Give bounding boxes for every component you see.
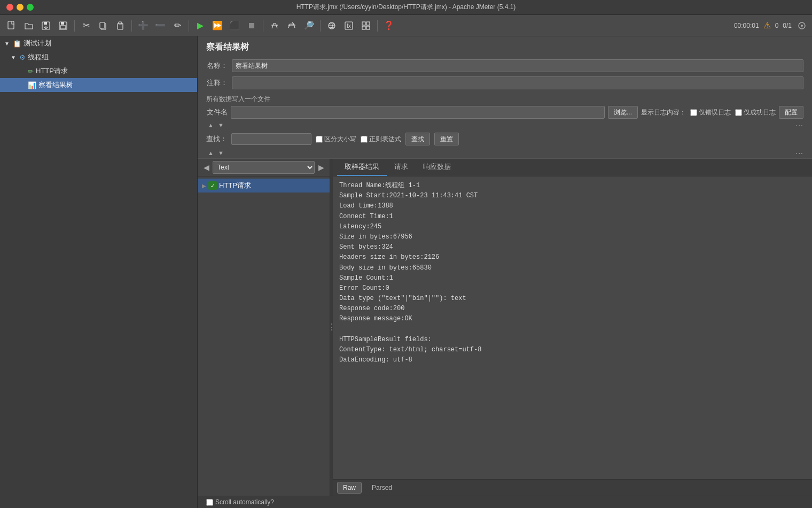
regex-checkbox[interactable] bbox=[361, 136, 368, 143]
shutdown-button[interactable]: ⏹ bbox=[244, 18, 259, 33]
comment-label: 注释： bbox=[206, 78, 228, 88]
case-sensitive-checkbox[interactable] bbox=[316, 136, 323, 143]
case-sensitive-option[interactable]: 区分大小写 bbox=[316, 135, 356, 144]
start-no-pause-button[interactable]: ⏩ bbox=[210, 18, 225, 33]
warning-count: 0 bbox=[775, 22, 779, 29]
scroll-auto-label[interactable]: Scroll automatically? bbox=[206, 498, 274, 506]
sidebar-item-http-request[interactable]: ▶ ✏ HTTP请求 bbox=[0, 64, 197, 78]
copy-button[interactable] bbox=[96, 18, 111, 33]
sep1 bbox=[74, 20, 75, 32]
svg-rect-19 bbox=[362, 26, 365, 29]
more-btn-2[interactable]: ··· bbox=[795, 149, 803, 157]
svg-rect-2 bbox=[44, 22, 47, 25]
function-helper-button[interactable]: fx bbox=[341, 18, 356, 33]
clear-button[interactable] bbox=[267, 18, 282, 33]
tree-expand-right[interactable]: ▶ bbox=[316, 162, 326, 173]
shield-icon: ✓ bbox=[208, 181, 217, 190]
save-button[interactable] bbox=[56, 18, 71, 33]
clear-all-button[interactable] bbox=[284, 18, 299, 33]
templates-button[interactable] bbox=[358, 18, 373, 33]
regex-option[interactable]: 正则表达式 bbox=[361, 135, 401, 144]
svg-text:fx: fx bbox=[347, 23, 351, 29]
svg-rect-6 bbox=[60, 26, 66, 29]
save-all-button[interactable] bbox=[38, 18, 53, 33]
paste-button[interactable] bbox=[113, 18, 128, 33]
success-log-checkbox[interactable] bbox=[735, 109, 742, 116]
file-row: 文件名 浏览... 显示日志内容： 仅错误日志 仅成功日志 配置 bbox=[206, 106, 803, 119]
open-button[interactable] bbox=[21, 18, 36, 33]
result-http-fields: HTTPSampleResult fields: bbox=[339, 335, 806, 345]
panel-title: 察看结果树 bbox=[198, 36, 812, 57]
sidebar-item-view-results[interactable]: ▶ 📊 察看结果树 bbox=[0, 78, 197, 92]
result-data-type: Data type ("text"|"bin"|""): text bbox=[339, 294, 806, 304]
comment-input[interactable] bbox=[232, 76, 803, 89]
result-blank bbox=[339, 325, 806, 335]
close-button[interactable] bbox=[6, 4, 13, 11]
svg-rect-18 bbox=[366, 22, 370, 25]
error-log-checkbox[interactable] bbox=[690, 109, 697, 116]
status-button[interactable] bbox=[796, 20, 808, 32]
maximize-button[interactable] bbox=[27, 4, 34, 11]
bottom-bar: Scroll automatically? bbox=[198, 496, 812, 508]
sidebar-item-test-plan[interactable]: ▼ 📋 测试计划 bbox=[0, 36, 197, 50]
new-button[interactable] bbox=[4, 18, 19, 33]
edit-button[interactable]: ✏ bbox=[170, 18, 185, 33]
success-log-label[interactable]: 仅成功日志 bbox=[735, 108, 776, 117]
remove-button[interactable]: ➖ bbox=[153, 18, 168, 33]
format-select[interactable]: Text HTML JSON XML CSV bbox=[213, 161, 315, 174]
result-sample-count: Sample Count:1 bbox=[339, 273, 806, 283]
start-button[interactable]: ▶ bbox=[193, 18, 208, 33]
search-label: 查找： bbox=[206, 134, 227, 144]
find-search-button[interactable]: 查找 bbox=[405, 133, 430, 145]
cut-button[interactable]: ✂ bbox=[79, 18, 93, 33]
progress-display: 0/1 bbox=[783, 22, 792, 29]
http-request-icon: ✏ bbox=[28, 67, 34, 75]
window-title: HTTP请求.jmx (/Users/cyyin/Desktop/HTTP请求.… bbox=[296, 3, 516, 12]
tree-expand-left[interactable]: ◀ bbox=[201, 162, 212, 173]
tab-raw[interactable]: Raw bbox=[337, 482, 362, 494]
stop-button[interactable]: ⬛ bbox=[227, 18, 242, 33]
search-row: 查找： 区分大小写 正则表达式 查找 重置 bbox=[198, 130, 812, 148]
browse-button[interactable]: 浏览... bbox=[608, 106, 638, 119]
result-response-code: Response code:200 bbox=[339, 304, 806, 314]
remote-start-all-button[interactable] bbox=[324, 18, 339, 33]
search-input[interactable] bbox=[231, 133, 311, 145]
expand-btn-1[interactable]: ▼ bbox=[216, 121, 225, 129]
file-name-input[interactable] bbox=[231, 106, 605, 119]
error-log-label[interactable]: 仅错误日志 bbox=[690, 108, 731, 117]
help-button[interactable]: ❓ bbox=[381, 18, 396, 33]
collapse-btn-1[interactable]: ▲ bbox=[206, 121, 215, 129]
file-name-label: 文件名 bbox=[206, 107, 228, 117]
tree-pane: ◀ Text HTML JSON XML CSV ▶ ▶ ✓ HTTP请求 bbox=[198, 159, 330, 496]
main-layout: ▼ 📋 测试计划 ▼ ⚙ 线程组 ▶ ✏ HTTP请求 ▶ 📊 察看结果树 察看… bbox=[0, 36, 812, 508]
minimize-button[interactable] bbox=[17, 4, 24, 11]
reset-button[interactable]: 重置 bbox=[434, 133, 459, 145]
case-sensitive-label: 区分大小写 bbox=[324, 135, 356, 144]
more-btn-1[interactable]: ··· bbox=[795, 121, 803, 129]
scroll-auto-checkbox[interactable] bbox=[206, 499, 213, 506]
sidebar-item-thread-group[interactable]: ▼ ⚙ 线程组 bbox=[0, 50, 197, 64]
tab-request[interactable]: 请求 bbox=[387, 159, 416, 176]
content-area: 察看结果树 名称： 注释： 所有数据写入一个文件 文件名 浏览... 显示日志内… bbox=[198, 36, 812, 508]
find-button[interactable]: 🔎 bbox=[301, 18, 316, 33]
svg-rect-0 bbox=[8, 21, 14, 29]
collapse-btn-2[interactable]: ▲ bbox=[206, 149, 215, 157]
tree-item-http-request[interactable]: ▶ ✓ HTTP请求 bbox=[198, 179, 330, 193]
config-button[interactable]: 配置 bbox=[779, 106, 803, 119]
result-body-size: Body size in bytes:65830 bbox=[339, 263, 806, 273]
result-headers-size: Headers size in bytes:2126 bbox=[339, 252, 806, 263]
toolbar-right: 00:00:01 ⚠ 0 0/1 bbox=[734, 20, 808, 32]
divider-row-2: ▲ ▼ ··· bbox=[198, 148, 812, 158]
result-size-bytes: Size in bytes:67956 bbox=[339, 232, 806, 242]
tab-response-data[interactable]: 响应数据 bbox=[416, 159, 458, 176]
tab-parsed[interactable]: Parsed bbox=[366, 482, 398, 494]
file-section: 所有数据写入一个文件 文件名 浏览... 显示日志内容： 仅错误日志 仅成功日志 bbox=[198, 91, 812, 120]
view-results-label: 察看结果树 bbox=[38, 80, 73, 90]
name-label: 名称： bbox=[206, 61, 228, 71]
result-pane: 取样器结果 请求 响应数据 Thread Name:线程组 1-1 Sample… bbox=[333, 159, 812, 496]
expand-btn-2[interactable]: ▼ bbox=[216, 149, 225, 157]
name-input[interactable] bbox=[232, 59, 803, 72]
tab-sampler-result[interactable]: 取样器结果 bbox=[337, 159, 387, 176]
add-button[interactable]: ➕ bbox=[136, 18, 151, 33]
name-row: 名称： bbox=[198, 57, 812, 74]
